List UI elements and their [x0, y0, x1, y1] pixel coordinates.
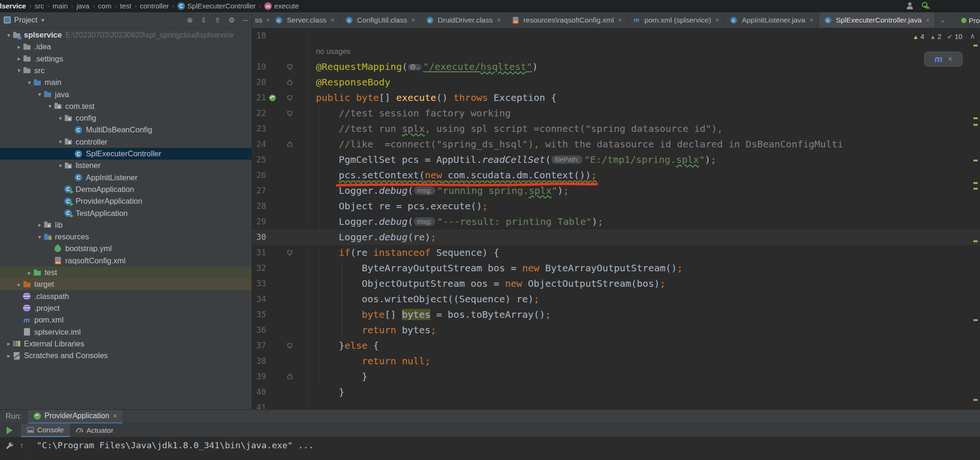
- code-line-32[interactable]: 32 ByteArrayOutputStream bos = new ByteA…: [252, 261, 980, 276]
- editor-tab-pom-xml-splservice-[interactable]: mpom.xml (splservice)×: [628, 12, 725, 28]
- breadcrumb-item-execute[interactable]: mexecute: [264, 2, 299, 10]
- chevron-down-icon[interactable]: ▾: [46, 103, 54, 109]
- tree-row-splexecutercontroller[interactable]: CSplExecuterController: [0, 148, 252, 160]
- wrench-icon[interactable]: [4, 441, 14, 450]
- code-line-41[interactable]: 41: [252, 400, 980, 409]
- line-number[interactable]: 32: [252, 261, 266, 276]
- parameter-hint-chip[interactable]: msg:: [414, 186, 435, 195]
- scroll-up-icon[interactable]: ⇧: [214, 16, 221, 24]
- user-icon[interactable]: [906, 2, 913, 9]
- hide-icon[interactable]: ─: [243, 16, 248, 24]
- tree-row-raqsoftconfig-xml[interactable]: <>raqsoftConfig.xml: [0, 255, 252, 267]
- line-number[interactable]: 25: [252, 152, 266, 168]
- code-line-34[interactable]: 34 oos.writeObject((Sequence) re);: [252, 291, 980, 307]
- tab-close-icon[interactable]: ×: [497, 16, 501, 24]
- code-text[interactable]: public byte[] execute() throws Exception…: [310, 90, 557, 106]
- tree-row-appinitlistener[interactable]: CAppInitListener: [0, 172, 252, 184]
- chevron-down-icon[interactable]: ▾: [25, 79, 33, 86]
- spring-mapping-gutter-icon[interactable]: [269, 94, 276, 103]
- code-line-39[interactable]: 39 }: [252, 369, 980, 384]
- tree-row-lib[interactable]: ▸lib: [0, 219, 252, 231]
- breadcrumb-item-com[interactable]: com: [98, 2, 111, 10]
- settings-icon[interactable]: ⚙: [229, 16, 235, 24]
- tree-row-com-test[interactable]: ▾com.test: [0, 100, 252, 112]
- code-line-33[interactable]: 33 ObjectOutputStream oos = new ObjectOu…: [252, 276, 980, 291]
- tree-row-scratches-and-consoles[interactable]: ▸Scratches and Consoles: [0, 350, 252, 361]
- chevron-right-icon[interactable]: ▸: [15, 281, 23, 288]
- code-line-20[interactable]: 20@ResponseBody: [252, 75, 980, 90]
- breadcrumb-item-controller[interactable]: controller: [140, 2, 169, 10]
- code-line-35[interactable]: 35 byte[] bytes = bos.toByteArray();: [252, 307, 980, 322]
- editor-tab-ss[interactable]: ss×: [252, 12, 270, 28]
- code-line-36[interactable]: 36 return bytes;: [252, 322, 980, 338]
- line-number[interactable]: 19: [252, 59, 266, 75]
- collapse-icon[interactable]: ∧: [970, 32, 975, 40]
- code-text[interactable]: Logger.debug(msg:"running spring.splx");: [310, 183, 569, 199]
- overflow-popup[interactable]: Prov: [958, 14, 980, 26]
- code-text[interactable]: Logger.debug(msg:"---result: printing Ta…: [310, 214, 603, 230]
- error-stripe-mark[interactable]: [973, 399, 978, 401]
- console-tab-actuator[interactable]: Actuator: [70, 423, 120, 437]
- code-text[interactable]: @RequestMapping(⌄"/execute/hsqltest"): [310, 59, 538, 75]
- code-text[interactable]: ObjectOutputStream oos = new ObjectOutpu…: [310, 276, 666, 291]
- code-line-19[interactable]: 19@RequestMapping(⌄"/execute/hsqltest"): [252, 59, 980, 75]
- chevron-down-icon[interactable]: ▾: [15, 67, 23, 74]
- tree-row-splservice-iml[interactable]: splservice.iml: [0, 326, 252, 338]
- line-number[interactable]: 36: [252, 322, 266, 338]
- tab-close-icon[interactable]: ×: [267, 16, 270, 24]
- code-line-29[interactable]: 29 Logger.debug(msg:"---result: printing…: [252, 214, 980, 230]
- code-line-26[interactable]: 26 pcs.setContext(new com.scudata.dm.Con…: [252, 168, 980, 183]
- line-number[interactable]: 39: [252, 369, 266, 384]
- line-number[interactable]: 29: [252, 214, 266, 230]
- fold-down-icon[interactable]: [287, 63, 293, 72]
- maven-reload-widget[interactable]: m ×: [924, 52, 963, 67]
- tree-row--project[interactable]: .project: [0, 302, 252, 314]
- tree-row-config[interactable]: ▾config: [0, 112, 252, 124]
- inspections-widget[interactable]: ▲ 4 ▲ 2 ✔ 10 ∧: [913, 32, 975, 40]
- tree-row-splservice[interactable]: ▾splserviceE:\20230703\20230620\spl_spri…: [0, 29, 252, 41]
- chevron-down-icon[interactable]: ▼: [40, 17, 46, 23]
- tree-row-main[interactable]: ▾main: [0, 77, 252, 88]
- locate-icon[interactable]: ⊕: [187, 16, 193, 24]
- tree-row-testapplication[interactable]: CTestApplication: [0, 207, 252, 219]
- code-text[interactable]: return bytes;: [310, 322, 436, 338]
- code-line-31[interactable]: 31 if(re instanceof Sequence) {: [252, 245, 980, 261]
- error-stripe-mark[interactable]: [973, 182, 978, 184]
- code-line-40[interactable]: 40 }: [252, 384, 980, 400]
- rerun-button[interactable]: [7, 427, 13, 434]
- line-number[interactable]: 31: [252, 245, 266, 261]
- chevron-right-icon[interactable]: ▸: [15, 44, 23, 50]
- run-tab-provider-application[interactable]: ProviderApplication ×: [28, 410, 122, 423]
- inlay-row[interactable]: no usages: [252, 44, 980, 59]
- line-number[interactable]: 30: [252, 230, 266, 245]
- error-stripe-mark[interactable]: [973, 319, 978, 321]
- error-stripe-mark[interactable]: [973, 124, 978, 126]
- fold-up-icon[interactable]: [287, 141, 293, 150]
- line-number[interactable]: 34: [252, 291, 266, 307]
- tree-row-multidsbeanconfig[interactable]: CMultiDsBeanConfig: [0, 124, 252, 136]
- tree-row-src[interactable]: ▾src: [0, 65, 252, 77]
- tree-row-java[interactable]: ▾java: [0, 89, 252, 100]
- breadcrumb-item-src[interactable]: src: [35, 2, 44, 10]
- breadcrumb-item-main[interactable]: main: [53, 2, 68, 10]
- line-number[interactable]: 20: [252, 75, 266, 90]
- line-number[interactable]: 41: [252, 400, 266, 409]
- line-number[interactable]: 38: [252, 353, 266, 369]
- line-number[interactable]: 28: [252, 199, 266, 214]
- url-globe-icon[interactable]: ⌄: [408, 64, 421, 70]
- line-number[interactable]: 37: [252, 338, 266, 353]
- error-stripe-mark[interactable]: [973, 117, 978, 119]
- code-text[interactable]: //test session factory working: [310, 106, 511, 121]
- code-text[interactable]: @ResponseBody: [310, 75, 390, 90]
- line-number[interactable]: 40: [252, 384, 266, 400]
- code-line-30[interactable]: 30 Logger.debug(re);: [252, 230, 980, 245]
- editor-tab-configutil-class[interactable]: CConfigUtil.class×: [340, 12, 421, 28]
- code-text[interactable]: byte[] bytes = bos.toByteArray();: [310, 307, 551, 322]
- up-arrow-icon[interactable]: ↑: [20, 441, 24, 451]
- editor-tab-resources-raqsoftconfig-xml[interactable]: <>resources\raqsoftConfig.xml×: [506, 12, 628, 28]
- chevron-down-icon[interactable]: ▾: [56, 138, 64, 145]
- code-text[interactable]: PgmCellSet pcs = AppUtil.readCellSet(fil…: [310, 152, 716, 168]
- scroll-down-icon[interactable]: ⇩: [201, 16, 207, 24]
- tab-close-icon[interactable]: ×: [330, 16, 334, 24]
- editor-tab-splexecutercontroller-java[interactable]: CSplExecuterController.java×: [819, 12, 935, 28]
